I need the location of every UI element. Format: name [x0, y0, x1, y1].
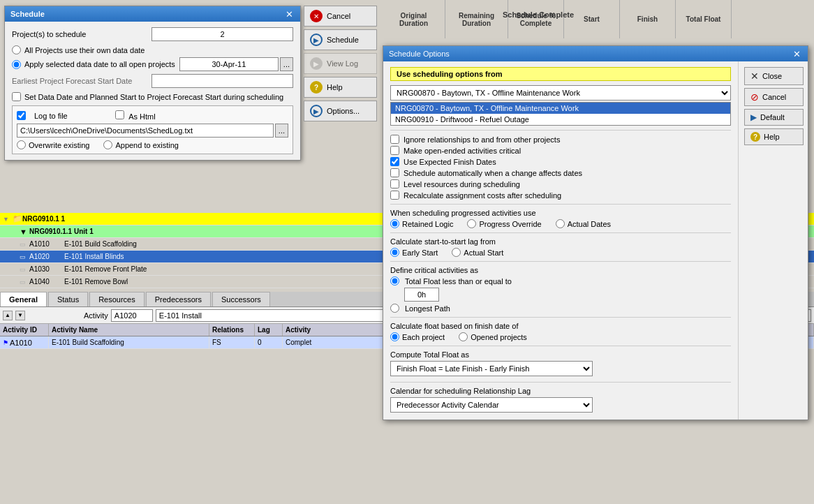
close-icon: ✕ — [750, 71, 759, 82]
radio-all-projects[interactable] — [12, 45, 21, 54]
log-section: Log to file As Html ... Overwrite existi… — [12, 105, 293, 154]
options-icon: ▶ — [310, 105, 323, 117]
col-sched-pct: Schedule %Complete — [508, 0, 564, 38]
projects-label: Project(s) to schedule — [12, 30, 151, 38]
cb-recalculate[interactable] — [390, 191, 399, 200]
log-path-field[interactable] — [17, 124, 274, 138]
tree-a1030-name: E-101 Remove Front Plate — [64, 265, 147, 273]
cb-expected-finish[interactable] — [390, 157, 399, 166]
radio-each-project[interactable] — [390, 332, 399, 341]
col-total-float: Total Float — [676, 0, 732, 38]
append-label-wrap: Append to existing — [103, 140, 179, 149]
opt-cb-2: Use Expected Finish Dates — [390, 157, 731, 166]
th-relations: Relations — [209, 324, 255, 336]
options-hint-bar: Use scheduling options from — [390, 67, 731, 81]
forecast-label: Earliest Project Forecast Start Date — [12, 77, 151, 85]
arrow-down-btn[interactable]: ▼ — [15, 311, 25, 320]
overwrite-label-wrap: Overwrite existing — [17, 140, 89, 149]
options-dialog-content: Use scheduling options from NRG00870 - B… — [383, 61, 808, 420]
cb-level-resources[interactable] — [390, 179, 399, 188]
date-field[interactable] — [179, 57, 279, 71]
append-label: Append to existing — [115, 141, 179, 149]
forecast-checkbox-label: Set Data Date and Planned Start to Proje… — [24, 93, 283, 101]
date-browse-btn[interactable]: ... — [280, 57, 293, 71]
radio-retained-logic[interactable] — [390, 219, 399, 228]
cb-0-label: Ignore relationships to and from other p… — [404, 135, 560, 144]
tree-a1010-icon: ▭ — [20, 241, 29, 248]
log-browse-btn[interactable]: ... — [275, 124, 288, 138]
log-to-file-checkbox[interactable] — [17, 111, 26, 120]
compute-dropdown[interactable]: Finish Float = Late Finish - Early Finis… — [390, 361, 593, 376]
as-html-checkbox[interactable] — [115, 110, 124, 119]
activity-label: Activity — [84, 311, 108, 320]
help-button[interactable]: ? Help — [304, 77, 377, 98]
activity-id-field[interactable] — [111, 309, 153, 322]
col-orig-dur: OriginalDuration — [383, 0, 445, 38]
tree-a1030-icon: ▭ — [20, 266, 29, 273]
tree-a1010-name: E-101 Build Scaffolding — [64, 240, 137, 248]
radio-early-start[interactable] — [390, 248, 399, 257]
log-label: Log to file — [34, 112, 68, 120]
viewlog-button[interactable]: ▶ View Log — [304, 53, 377, 74]
th-lag: Lag — [255, 324, 283, 336]
opt-help-label: Help — [764, 133, 780, 141]
dropdown-item-0[interactable]: NRG00870 - Baytown, TX - Offline Mainten… — [391, 103, 730, 114]
schedule-button[interactable]: ▶ Schedule — [304, 29, 377, 50]
tab-predecessors[interactable]: Predecessors — [146, 292, 211, 306]
forecast-row: Earliest Project Forecast Start Date — [12, 74, 293, 88]
options-cancel-btn[interactable]: ⊘ Cancel — [744, 88, 804, 106]
options-default-btn[interactable]: ▶ Default — [744, 109, 804, 126]
radio1-label: All Projects use their own data date — [24, 46, 145, 54]
forecast-date-field[interactable] — [151, 74, 293, 88]
critical-float-row: Total Float less than or equal to — [390, 276, 731, 286]
append-radio[interactable] — [103, 140, 112, 149]
cb-ignore-relationships[interactable] — [390, 135, 399, 144]
radio-actual-start[interactable] — [452, 248, 461, 257]
arrow-up-btn[interactable]: ▲ — [3, 311, 13, 320]
options-button[interactable]: ▶ Options... — [304, 101, 377, 121]
tree-a1040-icon: ▭ — [20, 279, 29, 286]
tree-expand-icon: ▼ — [3, 216, 13, 223]
tab-general[interactable]: General — [0, 292, 47, 306]
radio-total-float[interactable] — [390, 276, 399, 286]
dropdown-item-1[interactable]: NRG00910 - Driftwood - Refuel Outage — [391, 114, 730, 125]
float-input-row — [404, 288, 731, 302]
options-project-dropdown[interactable]: NRG00870 - Baytown, TX - Offline Mainten… — [390, 85, 731, 101]
radio-apply-date[interactable] — [12, 60, 21, 69]
float-value-field[interactable] — [404, 288, 439, 302]
radio-progress-override[interactable] — [467, 219, 476, 228]
critical-title: Define critical activities as — [390, 266, 731, 274]
td-relations: FS — [209, 336, 255, 348]
cb-open-ended[interactable] — [390, 146, 399, 155]
forecast-checkbox[interactable] — [12, 92, 21, 101]
tree-a1020-id: A1020 — [29, 253, 64, 260]
calendar-dropdown[interactable]: Predecessor Activity Calendar — [390, 397, 593, 413]
cancel-button[interactable]: ✕ Cancel — [304, 6, 377, 27]
viewlog-icon: ▶ — [310, 57, 323, 70]
close-btn-label: Close — [762, 72, 782, 80]
cb-schedule-auto[interactable] — [390, 168, 399, 177]
float-basis-radios: Each project Opened projects — [390, 332, 731, 341]
radio-longest-path[interactable] — [390, 304, 399, 313]
opt-cb-4: Level resources during scheduling — [390, 179, 731, 188]
options-help-btn[interactable]: ? Help — [744, 128, 804, 145]
overwrite-radio[interactable] — [17, 140, 26, 149]
tab-successors[interactable]: Successors — [212, 292, 270, 306]
projects-value-field[interactable] — [151, 27, 293, 41]
radio-opened-projects[interactable] — [459, 332, 468, 341]
td-id-value: A1010 — [10, 339, 32, 347]
schedule-icon: ▶ — [310, 34, 323, 46]
early-start-label: Early Start — [402, 249, 438, 257]
radio-actual-dates[interactable] — [556, 219, 565, 228]
tab-status[interactable]: Status — [48, 292, 88, 306]
options-close-btn[interactable]: ✕ Close — [744, 67, 804, 85]
opt-cb-5: Recalculate assignment costs after sched… — [390, 191, 731, 200]
actual-dates-label: Actual Dates — [568, 220, 611, 228]
tab-resources[interactable]: Resources — [89, 292, 145, 306]
overwrite-label: Overwrite existing — [29, 141, 89, 149]
options-label: Options... — [327, 107, 360, 115]
options-body: Use scheduling options from NRG00870 - B… — [383, 61, 738, 420]
log-radio-row: Overwrite existing Append to existing — [17, 140, 288, 149]
options-dialog-close[interactable]: ✕ — [792, 49, 802, 59]
schedule-dialog-close[interactable]: ✕ — [284, 9, 295, 20]
